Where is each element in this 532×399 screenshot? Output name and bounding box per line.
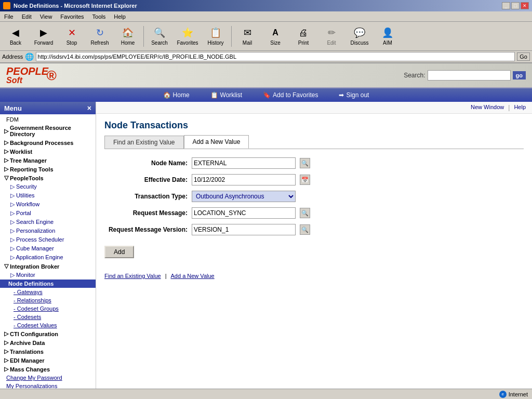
- nav-worklist[interactable]: 📋 Worklist: [210, 91, 242, 99]
- menu-tools[interactable]: Tools: [90, 12, 108, 21]
- sidebar-item-monitor[interactable]: ▷ Monitor: [0, 271, 96, 280]
- menu-help[interactable]: Help: [112, 12, 128, 21]
- sidebar-item-change-password[interactable]: Change My Password: [0, 374, 96, 382]
- logo-dot: ®: [46, 68, 56, 84]
- sidebar-item-cube-manager[interactable]: ▷ Cube Manager: [0, 244, 96, 253]
- node-name-lookup-button[interactable]: 🔍: [300, 158, 310, 168]
- bottom-find-existing-link[interactable]: Find an Existing Value: [104, 273, 161, 279]
- sidebar-item-cti[interactable]: ▷ CTI Configuration: [0, 329, 96, 338]
- home-icon: 🏠: [122, 26, 134, 39]
- menu-favorites[interactable]: Favorites: [58, 12, 86, 21]
- new-window-link[interactable]: New Window: [471, 104, 504, 111]
- calendar-button[interactable]: 📅: [300, 175, 310, 185]
- sidebar-item-portal[interactable]: ▷ Portal: [0, 209, 96, 218]
- sidebar-item-codeset-groups[interactable]: - Codeset Groups: [0, 304, 96, 313]
- maximize-button[interactable]: □: [511, 2, 520, 9]
- nav-home[interactable]: 🏠 Home: [163, 91, 190, 99]
- print-button[interactable]: 🖨 Print: [290, 24, 317, 49]
- favorites-button[interactable]: ⭐ Favorites: [174, 24, 201, 49]
- expand-icon: ▽: [4, 175, 8, 181]
- request-message-lookup-button[interactable]: 🔍: [300, 208, 310, 218]
- sidebar-item-integration-broker[interactable]: ▽ Integration Broker: [0, 262, 96, 271]
- sidebar-item-codesets[interactable]: - Codesets: [0, 313, 96, 321]
- ps-nav: 🏠 Home 📋 Worklist 🔖 Add to Favorites ➡ S…: [0, 88, 532, 102]
- sidebar-item-tree-manager[interactable]: ▷ Tree Manager: [0, 156, 96, 165]
- sidebar-item-personalization[interactable]: ▷ Personalization: [0, 227, 96, 235]
- close-button[interactable]: ✕: [521, 2, 529, 9]
- tab-add-new[interactable]: Add a New Value: [184, 135, 249, 149]
- menu-file[interactable]: File: [2, 12, 16, 21]
- sidebar-item-relationships[interactable]: - Relationships: [0, 296, 96, 304]
- logo-people: PEOPLE: [6, 66, 48, 76]
- forward-button[interactable]: ▶ Forward: [30, 24, 57, 49]
- print-icon: 🖨: [297, 26, 310, 39]
- sidebar-item-process-scheduler[interactable]: ▷ Process Scheduler: [0, 235, 96, 244]
- toolbar-sep-2: [231, 26, 232, 47]
- request-message-version-input[interactable]: [192, 224, 296, 235]
- size-button[interactable]: A Size: [262, 24, 289, 49]
- sidebar-item-app-engine[interactable]: ▷ Application Engine: [0, 253, 96, 262]
- transaction-type-select[interactable]: Outbound Asynchronous Inbound Asynchrono…: [192, 191, 296, 202]
- node-name-label: Node Name:: [104, 159, 188, 167]
- ps-header: PEOPLE Soft ® Search: go: [0, 63, 532, 88]
- sidebar-item-gateways[interactable]: - Gateways: [0, 288, 96, 296]
- sidebar-item-background[interactable]: ▷ Background Processes: [0, 138, 96, 147]
- sidebar-item-codeset-values[interactable]: - Codeset Values: [0, 321, 96, 329]
- ps-search-input[interactable]: [428, 70, 511, 81]
- back-button[interactable]: ◀ Back: [2, 24, 29, 49]
- go-button[interactable]: Go: [517, 52, 530, 61]
- sidebar-item-fdm[interactable]: FDM: [0, 115, 96, 124]
- sidebar-item-node-definitions[interactable]: Node Definitions: [0, 280, 96, 288]
- bottom-add-new-link[interactable]: Add a New Value: [171, 273, 215, 279]
- sidebar-item-utilities[interactable]: ▷ Utilities: [0, 191, 96, 200]
- form-row-node-name: Node Name: 🔍: [104, 157, 524, 169]
- effective-date-input[interactable]: [192, 174, 296, 185]
- add-button[interactable]: Add: [104, 246, 134, 258]
- sidebar-item-search-engine[interactable]: ▷ Search Engine: [0, 218, 96, 227]
- request-message-input[interactable]: [192, 207, 296, 219]
- sidebar-item-security[interactable]: ▷ Security: [0, 182, 96, 191]
- ps-search-button[interactable]: go: [513, 71, 526, 79]
- edit-button[interactable]: ✏ Edit: [318, 24, 345, 49]
- sidebar-item-reporting[interactable]: ▷ Reporting Tools: [0, 165, 96, 174]
- node-name-input[interactable]: [192, 157, 296, 169]
- sidebar-item-translations[interactable]: ▷ Translations: [0, 347, 96, 356]
- home-button[interactable]: 🏠 Home: [114, 24, 141, 49]
- menu-edit[interactable]: Edit: [20, 12, 34, 21]
- sidebar-item-government[interactable]: ▷ Government Resource Directory: [0, 124, 96, 138]
- nav-sign-out[interactable]: ➡ Sign out: [339, 91, 369, 99]
- stop-button[interactable]: ✕ Stop: [58, 24, 85, 49]
- menu-view[interactable]: View: [38, 12, 55, 21]
- address-input[interactable]: [36, 52, 515, 61]
- favorites-nav-icon: 🔖: [263, 91, 271, 99]
- main-content: New Window | Help Node Transactions Find…: [96, 102, 532, 398]
- history-button[interactable]: 📋 History: [202, 24, 229, 49]
- sidebar-item-archive[interactable]: ▷ Archive Data: [0, 338, 96, 347]
- mail-button[interactable]: ✉ Mail: [234, 24, 261, 49]
- menu-tree: FDM ▷ Government Resource Directory ▷ Ba…: [0, 114, 96, 398]
- toolbar-sep-1: [143, 26, 144, 47]
- help-link[interactable]: Help: [514, 104, 526, 111]
- content-header: New Window | Help: [96, 102, 532, 114]
- sidebar-item-worklist[interactable]: ▷ Worklist: [0, 147, 96, 156]
- nav-add-favorites[interactable]: 🔖 Add to Favorites: [263, 91, 318, 99]
- discuss-button[interactable]: 💬 Discuss: [346, 24, 373, 49]
- aim-button[interactable]: 👤 AIM: [374, 24, 401, 49]
- sidebar-item-peopletools[interactable]: ▽ PeopleTools: [0, 174, 96, 182]
- address-bar: Address 🌐 Go: [0, 51, 532, 63]
- sidebar-item-workflow[interactable]: ▷ Workflow: [0, 200, 96, 209]
- refresh-icon: ↻: [94, 26, 106, 39]
- search-button[interactable]: 🔍 Search: [146, 24, 173, 49]
- sidebar-item-mass-changes[interactable]: ▷ Mass Changes: [0, 365, 96, 374]
- history-icon: 📋: [209, 26, 222, 39]
- expand-icon: ▷: [4, 348, 8, 355]
- tab-find-existing[interactable]: Find an Existing Value: [104, 136, 184, 149]
- request-message-version-lookup-button[interactable]: 🔍: [300, 224, 310, 235]
- sidebar-close-button[interactable]: ×: [87, 104, 91, 112]
- minimize-button[interactable]: _: [502, 2, 510, 9]
- expand-icon: ▷: [4, 330, 8, 337]
- expand-icon: ▷: [4, 157, 8, 164]
- refresh-button[interactable]: ↻ Refresh: [86, 24, 113, 49]
- sidebar-item-edi[interactable]: ▷ EDI Manager: [0, 356, 96, 365]
- home-nav-icon: 🏠: [163, 91, 171, 99]
